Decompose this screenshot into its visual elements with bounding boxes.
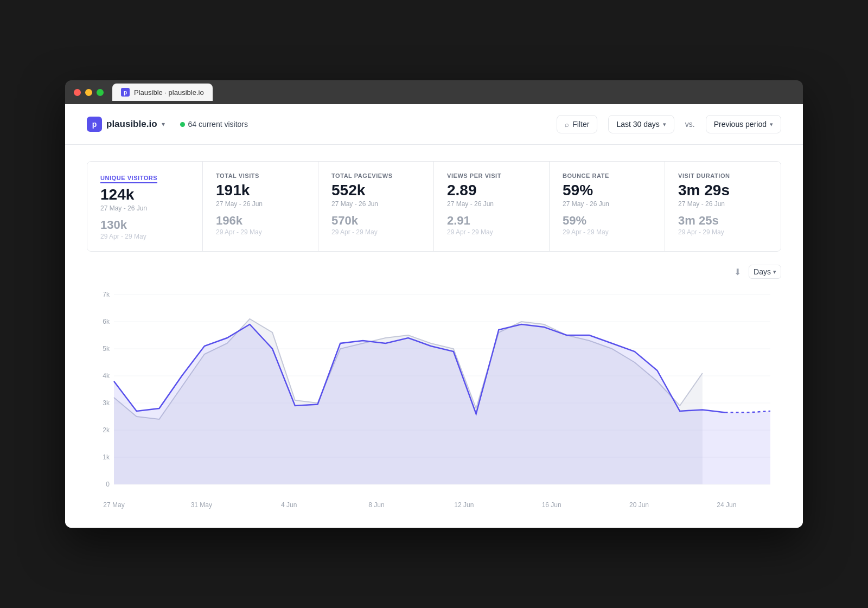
tab-favicon: p — [121, 88, 130, 97]
stat-prev-value: 2.91 — [447, 214, 536, 227]
maximize-button[interactable] — [97, 89, 104, 96]
stat-current-date: 27 May - 26 Jun — [678, 200, 768, 208]
chevron-down-icon: ▾ — [663, 121, 666, 128]
period-select[interactable]: Last 30 days ▾ — [608, 115, 674, 133]
prev-period-label: Previous period — [714, 120, 767, 129]
stat-prev-date: 29 Apr - 29 May — [216, 228, 305, 236]
browser-tab[interactable]: p Plausible · plausible.io — [112, 84, 213, 101]
stat-prev-date: 29 Apr - 29 May — [678, 228, 768, 236]
svg-text:3k: 3k — [103, 399, 110, 407]
main-content: UNIQUE VISITORS 124k 27 May - 26 Jun 130… — [65, 145, 803, 528]
days-select[interactable]: Days ▾ — [749, 265, 781, 279]
stat-current-date: 27 May - 26 Jun — [563, 200, 652, 208]
chevron-down-icon-2: ▾ — [770, 121, 773, 128]
current-visitors: 64 current visitors — [180, 120, 248, 129]
traffic-lights — [74, 89, 104, 96]
logo-area[interactable]: p plausible.io ▾ — [87, 117, 165, 132]
stat-prev-date: 29 Apr - 29 May — [331, 228, 420, 236]
filter-label: Filter — [572, 120, 589, 129]
stat-prev-value: 59% — [563, 214, 652, 227]
svg-text:5k: 5k — [103, 345, 110, 353]
app-header: p plausible.io ▾ 64 current visitors ⌕ F… — [65, 104, 803, 145]
stat-label: UNIQUE VISITORS — [100, 175, 157, 183]
stat-prev-date: 29 Apr - 29 May — [100, 233, 189, 240]
days-label: Days — [754, 267, 771, 276]
stat-current-value: 2.89 — [447, 182, 536, 199]
stat-card-unique-visitors[interactable]: UNIQUE VISITORS 124k 27 May - 26 Jun 130… — [87, 162, 203, 251]
svg-text:27 May: 27 May — [103, 501, 124, 509]
svg-text:4 Jun: 4 Jun — [281, 501, 297, 509]
chart-area: ⬇ Days ▾ 7k6k5k4k3k2k1k027 May31 May4 Ju… — [87, 265, 781, 511]
stat-label: BOUNCE RATE — [563, 172, 652, 179]
browser-window: p Plausible · plausible.io p plausible.i… — [65, 80, 803, 528]
main-chart: 7k6k5k4k3k2k1k027 May31 May4 Jun8 Jun12 … — [87, 284, 781, 511]
stat-card-views-per-visit[interactable]: VIEWS PER VISIT 2.89 27 May - 26 Jun 2.9… — [434, 162, 550, 251]
stat-card-total-pageviews[interactable]: TOTAL PAGEVIEWS 552k 27 May - 26 Jun 570… — [318, 162, 434, 251]
stat-current-date: 27 May - 26 Jun — [447, 200, 536, 208]
svg-text:2k: 2k — [103, 426, 110, 434]
stat-current-value: 191k — [216, 182, 305, 199]
stat-current-value: 552k — [331, 182, 420, 199]
stat-current-date: 27 May - 26 Jun — [100, 204, 189, 212]
stats-grid: UNIQUE VISITORS 124k 27 May - 26 Jun 130… — [87, 161, 781, 252]
stat-card-bounce-rate[interactable]: BOUNCE RATE 59% 27 May - 26 Jun 59% 29 A… — [550, 162, 665, 251]
stat-prev-value: 196k — [216, 214, 305, 227]
browser-content: p plausible.io ▾ 64 current visitors ⌕ F… — [65, 104, 803, 528]
days-chevron-icon: ▾ — [773, 268, 776, 276]
logo-chevron-icon: ▾ — [162, 120, 165, 128]
logo-text: plausible.io — [106, 119, 157, 130]
close-button[interactable] — [74, 89, 81, 96]
svg-text:0: 0 — [106, 481, 110, 488]
period-label: Last 30 days — [616, 120, 659, 129]
download-button[interactable]: ⬇ — [732, 265, 743, 279]
stat-prev-date: 29 Apr - 29 May — [563, 228, 652, 236]
stat-current-date: 27 May - 26 Jun — [216, 200, 305, 208]
vs-label: vs. — [685, 120, 695, 129]
stat-card-total-visits[interactable]: TOTAL VISITS 191k 27 May - 26 Jun 196k 2… — [203, 162, 318, 251]
tab-title: Plausible · plausible.io — [134, 88, 204, 97]
minimize-button[interactable] — [85, 89, 92, 96]
stat-current-value: 59% — [563, 182, 652, 199]
filter-button[interactable]: ⌕ Filter — [557, 115, 597, 133]
previous-period-select[interactable]: Previous period ▾ — [706, 115, 781, 133]
stat-current-value: 124k — [100, 187, 189, 203]
stat-current-date: 27 May - 26 Jun — [331, 200, 420, 208]
stat-card-visit-duration[interactable]: VISIT DURATION 3m 29s 27 May - 26 Jun 3m… — [665, 162, 781, 251]
chart-wrapper: 7k6k5k4k3k2k1k027 May31 May4 Jun8 Jun12 … — [87, 284, 781, 511]
stat-label: TOTAL VISITS — [216, 172, 305, 179]
svg-text:7k: 7k — [103, 291, 110, 298]
logo-icon: p — [87, 117, 102, 132]
svg-text:1k: 1k — [103, 453, 110, 461]
stat-prev-value: 570k — [331, 214, 420, 227]
live-dot-icon — [180, 122, 185, 127]
stat-current-value: 3m 29s — [678, 182, 768, 199]
svg-text:6k: 6k — [103, 318, 110, 325]
search-icon: ⌕ — [565, 120, 569, 129]
svg-text:8 Jun: 8 Jun — [368, 501, 384, 509]
chart-controls: ⬇ Days ▾ — [87, 265, 781, 279]
stat-label: VISIT DURATION — [678, 172, 768, 179]
stat-prev-value: 130k — [100, 219, 189, 232]
svg-text:16 Jun: 16 Jun — [542, 501, 561, 509]
svg-text:20 Jun: 20 Jun — [629, 501, 649, 509]
svg-text:12 Jun: 12 Jun — [454, 501, 474, 509]
svg-text:4k: 4k — [103, 372, 110, 380]
stat-prev-value: 3m 25s — [678, 214, 768, 227]
svg-text:31 May: 31 May — [191, 501, 212, 509]
svg-text:24 Jun: 24 Jun — [717, 501, 736, 509]
stat-label: VIEWS PER VISIT — [447, 172, 536, 179]
stat-label: TOTAL PAGEVIEWS — [331, 172, 420, 179]
stat-prev-date: 29 Apr - 29 May — [447, 228, 536, 236]
browser-titlebar: p Plausible · plausible.io — [65, 80, 803, 104]
current-visitors-label: 64 current visitors — [188, 120, 248, 129]
